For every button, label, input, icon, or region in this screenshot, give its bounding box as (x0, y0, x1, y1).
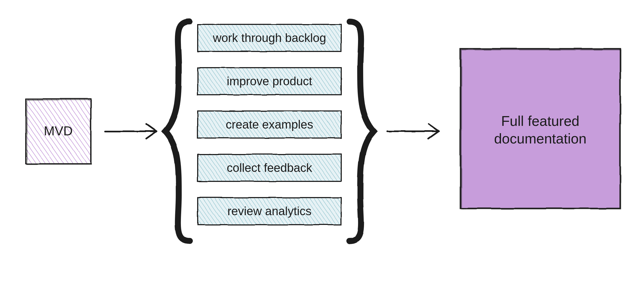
activity-label: improve product (227, 74, 312, 88)
result-box (460, 49, 621, 209)
arrow-mvd-to-activities (105, 124, 157, 139)
result-label-line1: Full featured (501, 113, 579, 129)
brace-right (349, 22, 374, 241)
activity-label: review analytics (227, 204, 312, 218)
activity-label: work through backlog (213, 31, 326, 44)
activity-label: collect feedback (227, 161, 313, 174)
mvd-label: MVD (44, 124, 73, 138)
result-label-line2: documentation (494, 131, 586, 146)
activity-label: create examples (226, 118, 313, 131)
arrow-activities-to-result (387, 124, 439, 139)
brace-left (165, 22, 190, 241)
